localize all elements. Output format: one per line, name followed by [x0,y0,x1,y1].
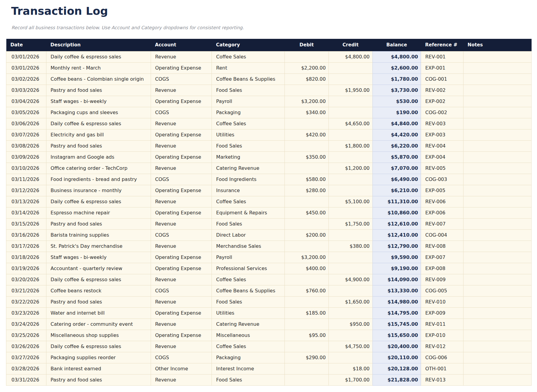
cell-account[interactable]: Revenue [151,341,212,352]
cell-reference[interactable]: COG-006 [421,352,463,363]
cell-date[interactable]: 03/06/2026 [6,118,46,129]
cell-debit[interactable]: $350.00 [285,151,329,163]
cell-debit[interactable]: $280.00 [285,185,329,196]
cell-balance[interactable]: $6,220.00 [372,140,421,151]
cell-date[interactable]: 03/07/2026 [6,129,46,140]
cell-balance[interactable]: $2,600.00 [372,62,421,73]
cell-description[interactable]: Packaging supplies reorder [46,352,151,363]
cell-description[interactable]: Pastry and food sales [46,296,151,307]
cell-account[interactable]: Revenue [151,196,212,207]
cell-reference[interactable]: REV-005 [421,163,463,174]
cell-balance[interactable]: $6,210.00 [372,185,421,196]
cell-description[interactable]: Bank interest earned [46,363,151,374]
cell-account[interactable]: Operating Expense [151,62,212,73]
cell-notes[interactable] [463,341,532,352]
cell-debit[interactable]: $580.00 [285,174,329,185]
cell-debit[interactable] [285,85,329,96]
cell-account[interactable]: COGS [151,285,212,296]
cell-credit[interactable] [328,96,372,107]
cell-balance[interactable]: $15,745.00 [372,319,421,330]
cell-date[interactable]: 03/25/2026 [6,330,46,341]
cell-credit[interactable]: $1,200.00 [328,163,372,174]
cell-balance[interactable]: $13,330.00 [372,285,421,296]
cell-reference[interactable]: REV-011 [421,319,463,330]
cell-notes[interactable] [463,285,532,296]
cell-credit[interactable] [328,229,372,241]
cell-account[interactable]: Revenue [151,241,212,252]
cell-notes[interactable] [463,274,532,285]
cell-notes[interactable] [463,174,532,185]
cell-reference[interactable]: REV-001 [421,51,463,62]
cell-description[interactable]: St. Patrick's Day merchandise [46,241,151,252]
cell-debit[interactable]: $400.00 [285,263,329,274]
cell-notes[interactable] [463,73,532,85]
cell-account[interactable]: Operating Expense [151,96,212,107]
cell-category[interactable]: Food Ingredients [212,174,285,185]
cell-account[interactable]: Other Income [151,363,212,374]
cell-account[interactable]: Revenue [151,274,212,285]
cell-debit[interactable]: $420.00 [285,129,329,140]
cell-date[interactable]: 03/19/2026 [6,263,46,274]
cell-description[interactable]: Coffee beans - Colombian single origin [46,73,151,85]
cell-date[interactable]: 03/01/2026 [6,51,46,62]
cell-credit[interactable] [328,352,372,363]
cell-reference[interactable]: EXP-009 [421,307,463,319]
cell-debit[interactable]: $290.00 [285,352,329,363]
cell-balance[interactable]: $14,090.00 [372,274,421,285]
cell-description[interactable]: Daily coffee & espresso sales [46,274,151,285]
cell-date[interactable]: 03/02/2026 [6,73,46,85]
cell-account[interactable]: COGS [151,229,212,241]
cell-notes[interactable] [463,118,532,129]
cell-balance[interactable]: $12,410.00 [372,229,421,241]
cell-notes[interactable] [463,241,532,252]
cell-description[interactable]: Pastry and food sales [46,374,151,385]
cell-balance[interactable]: $530.00 [372,96,421,107]
cell-credit[interactable] [328,174,372,185]
cell-category[interactable]: Coffee Sales [212,196,285,207]
cell-description[interactable]: Office catering order - TechCorp [46,163,151,174]
cell-reference[interactable]: REV-004 [421,140,463,151]
cell-balance[interactable]: $20,128.00 [372,363,421,374]
cell-notes[interactable] [463,151,532,163]
cell-date[interactable]: 03/28/2026 [6,363,46,374]
cell-account[interactable]: Revenue [151,163,212,174]
cell-account[interactable]: Revenue [151,140,212,151]
cell-notes[interactable] [463,319,532,330]
cell-category[interactable]: Food Sales [212,296,285,307]
cell-notes[interactable] [463,330,532,341]
cell-notes[interactable] [463,263,532,274]
cell-reference[interactable]: REV-009 [421,274,463,285]
cell-balance[interactable]: $190.00 [372,107,421,118]
cell-reference[interactable]: REV-007 [421,218,463,229]
cell-credit[interactable]: $1,700.00 [328,374,372,385]
cell-debit[interactable]: $2,200.00 [285,62,329,73]
cell-notes[interactable] [463,129,532,140]
cell-category[interactable]: Equipment & Repairs [212,207,285,218]
cell-reference[interactable]: REV-006 [421,196,463,207]
cell-credit[interactable]: $4,900.00 [328,274,372,285]
cell-account[interactable]: Revenue [151,218,212,229]
cell-notes[interactable] [463,352,532,363]
cell-debit[interactable] [285,241,329,252]
cell-credit[interactable] [328,252,372,263]
cell-category[interactable]: Insurance [212,185,285,196]
cell-credit[interactable]: $18.00 [328,363,372,374]
cell-description[interactable]: Accountant - quarterly review [46,263,151,274]
cell-date[interactable]: 03/15/2026 [6,218,46,229]
cell-category[interactable]: Merchandise Sales [212,241,285,252]
cell-notes[interactable] [463,252,532,263]
cell-category[interactable]: Food Sales [212,85,285,96]
cell-credit[interactable]: $380.00 [328,241,372,252]
cell-credit[interactable] [328,185,372,196]
cell-reference[interactable]: EXP-006 [421,207,463,218]
cell-category[interactable]: Catering Revenue [212,163,285,174]
cell-category[interactable]: Payroll [212,252,285,263]
cell-reference[interactable]: EXP-005 [421,185,463,196]
cell-description[interactable]: Miscellaneous shop supplies [46,330,151,341]
cell-date[interactable]: 03/01/2026 [6,62,46,73]
cell-date[interactable]: 03/12/2026 [6,185,46,196]
cell-reference[interactable]: COG-004 [421,229,463,241]
cell-reference[interactable]: EXP-008 [421,263,463,274]
cell-balance[interactable]: $15,650.00 [372,330,421,341]
cell-reference[interactable]: OTH-001 [421,363,463,374]
